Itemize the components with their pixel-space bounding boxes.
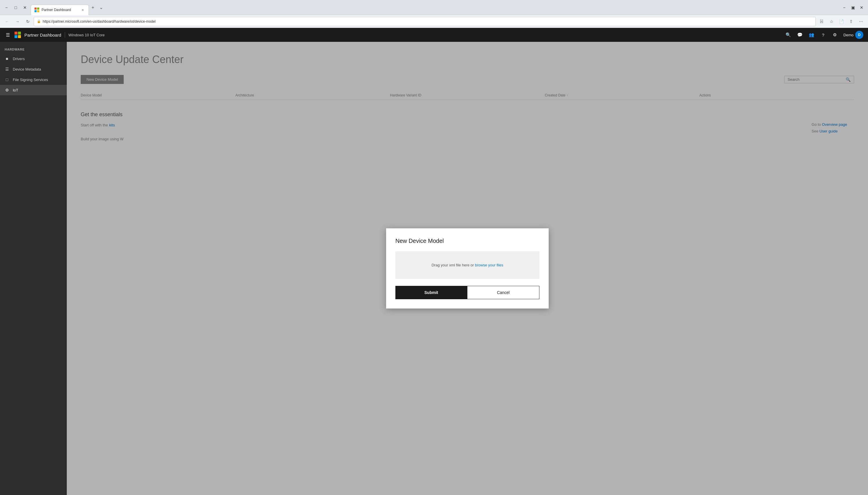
tab-close-icon[interactable]: ✕ bbox=[81, 8, 85, 12]
browser-toolbar-icons: ☵ ☆ 📄 ⇧ ⋯ bbox=[817, 17, 866, 26]
svg-rect-0 bbox=[35, 7, 37, 10]
sidebar-item-drivers[interactable]: ■ Drivers bbox=[0, 53, 67, 64]
sidebar-item-label-iot: IoT bbox=[13, 88, 18, 92]
back-button[interactable]: ← bbox=[2, 17, 12, 26]
minimize-button[interactable]: − bbox=[2, 3, 11, 12]
ms-logo-blue bbox=[15, 35, 17, 38]
people-icon[interactable]: 👥 bbox=[806, 30, 817, 40]
svg-rect-3 bbox=[37, 10, 39, 12]
drivers-icon: ■ bbox=[5, 56, 9, 61]
sidebar-item-label-device-metadata: Device Metadata bbox=[13, 67, 41, 71]
help-icon[interactable]: ? bbox=[818, 30, 828, 40]
ms-logo-red bbox=[15, 32, 17, 35]
iot-icon: ⚙ bbox=[5, 88, 9, 92]
drop-text: Drag your xml file here or bbox=[431, 263, 474, 267]
browse-files-link[interactable]: browse your files bbox=[475, 263, 503, 267]
settings-icon[interactable]: ⚙ bbox=[829, 30, 840, 40]
forward-button[interactable]: → bbox=[13, 17, 22, 26]
share-button[interactable]: ⇧ bbox=[847, 17, 856, 26]
file-signing-icon: □ bbox=[5, 77, 9, 82]
modal-overlay: New Device Model Drag your xml file here… bbox=[67, 42, 868, 495]
active-tab[interactable]: Partner Dashboard ✕ bbox=[31, 5, 89, 15]
sidebar-item-label-file-signing: File Signing Services bbox=[13, 78, 48, 82]
address-bar[interactable]: 🔒 https://partner.microsoft.com/en-us/da… bbox=[34, 17, 816, 26]
microsoft-logo bbox=[15, 32, 21, 38]
tab-bar: Partner Dashboard ✕ + ⌄ bbox=[31, 0, 838, 15]
tab-favicon-icon bbox=[35, 7, 39, 12]
window-controls: − ▣ ✕ bbox=[840, 3, 866, 12]
sidebar-item-iot[interactable]: ⚙ IoT bbox=[0, 85, 67, 95]
search-icon[interactable]: 🔍 bbox=[783, 30, 793, 40]
browser-controls: − □ ✕ bbox=[2, 3, 29, 12]
win-restore-button[interactable]: ▣ bbox=[849, 3, 857, 12]
ms-logo-yellow bbox=[18, 35, 21, 38]
hamburger-icon[interactable]: ☰ bbox=[5, 31, 11, 39]
more-button[interactable]: ⋯ bbox=[856, 17, 866, 26]
modal-title: New Device Model bbox=[395, 238, 539, 244]
sidebar: HARDWARE ■ Drivers ☰ Device Metadata □ F… bbox=[0, 42, 67, 495]
drop-zone[interactable]: Drag your xml file here or browse your f… bbox=[395, 251, 539, 279]
submit-button[interactable]: Submit bbox=[395, 286, 467, 299]
topbar-icons: 🔍 💬 👥 ? ⚙ bbox=[783, 30, 840, 40]
sidebar-item-device-metadata[interactable]: ☰ Device Metadata bbox=[0, 64, 67, 74]
collections-button[interactable]: 📄 bbox=[837, 17, 846, 26]
new-tab-button[interactable]: + bbox=[89, 3, 97, 12]
sidebar-section-hardware: HARDWARE bbox=[0, 42, 67, 53]
user-avatar: D bbox=[855, 31, 863, 39]
browser-chrome: − □ ✕ Partner Dashboard ✕ + ⌄ − ▣ ✕ bbox=[0, 0, 868, 15]
cancel-button[interactable]: Cancel bbox=[467, 286, 539, 299]
reader-mode-button[interactable]: ☵ bbox=[817, 17, 826, 26]
favorites-button[interactable]: ☆ bbox=[827, 17, 836, 26]
tab-title: Partner Dashboard bbox=[41, 8, 78, 12]
main-layout: HARDWARE ■ Drivers ☰ Device Metadata □ F… bbox=[0, 42, 868, 495]
win-minimize-button[interactable]: − bbox=[840, 3, 848, 12]
content-area: Device Update Center New Device Model 🔍 … bbox=[67, 42, 868, 495]
maximize-button[interactable]: □ bbox=[12, 3, 20, 12]
svg-rect-2 bbox=[35, 10, 37, 12]
sidebar-item-label-drivers: Drivers bbox=[13, 57, 25, 61]
win-close-button[interactable]: ✕ bbox=[857, 3, 866, 12]
modal-dialog: New Device Model Drag your xml file here… bbox=[386, 228, 549, 308]
refresh-button[interactable]: ↻ bbox=[23, 17, 33, 26]
svg-rect-1 bbox=[37, 7, 39, 10]
ms-logo-green bbox=[18, 32, 21, 35]
sidebar-item-file-signing[interactable]: □ File Signing Services bbox=[0, 74, 67, 85]
modal-buttons: Submit Cancel bbox=[395, 286, 539, 299]
lock-icon: 🔒 bbox=[37, 19, 41, 23]
address-text: https://partner.microsoft.com/en-us/dash… bbox=[43, 19, 813, 23]
chat-icon[interactable]: 💬 bbox=[795, 30, 805, 40]
device-metadata-icon: ☰ bbox=[5, 67, 9, 71]
sub-title: Windows 10 IoT Core bbox=[69, 33, 105, 37]
app-title: Partner Dashboard bbox=[24, 33, 61, 37]
tab-dropdown-button[interactable]: ⌄ bbox=[97, 3, 105, 12]
address-bar-row: ← → ↻ 🔒 https://partner.microsoft.com/en… bbox=[0, 15, 868, 28]
top-bar: ☰ Partner Dashboard Windows 10 IoT Core … bbox=[0, 28, 868, 42]
app-container: ☰ Partner Dashboard Windows 10 IoT Core … bbox=[0, 28, 868, 495]
user-name: Demo bbox=[843, 33, 853, 37]
user-area[interactable]: Demo D bbox=[843, 31, 863, 39]
close-button[interactable]: ✕ bbox=[21, 3, 29, 12]
user-initial: D bbox=[858, 33, 861, 37]
